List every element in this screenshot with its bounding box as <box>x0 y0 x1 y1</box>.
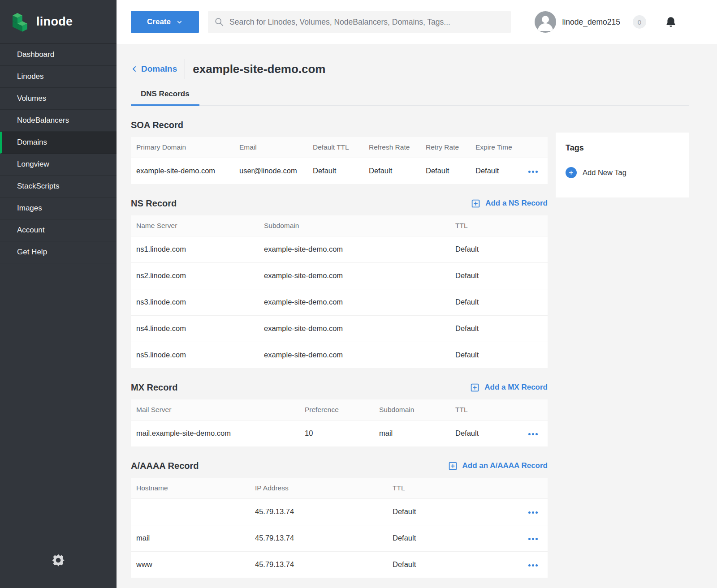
cell-subdomain: example-site-demo.com <box>259 262 450 289</box>
cell-subdomain: example-site-demo.com <box>259 236 450 262</box>
column-header: TTL <box>450 399 516 420</box>
column-header: TTL <box>450 215 548 236</box>
add-ns-record-button[interactable]: Add a NS Record <box>471 199 548 208</box>
cell-ttl: Default <box>450 420 516 446</box>
cell-retry-rate: Default <box>420 158 470 184</box>
search-input[interactable] <box>229 17 505 27</box>
ns-section-header: NS Record Add a NS Record <box>131 196 548 211</box>
plus-square-icon <box>470 383 479 392</box>
sidebar-item-label: Domains <box>17 138 47 147</box>
sidebar-item-label: Longview <box>17 160 49 169</box>
cell-name-server: ns5.linode.com <box>131 342 259 368</box>
plus-circle-icon <box>566 167 577 178</box>
notification-count-badge[interactable]: 0 <box>633 15 646 29</box>
avatar[interactable] <box>535 11 556 33</box>
chevron-down-icon <box>176 19 183 26</box>
table-row: ns4.linode.com example-site-demo.com Def… <box>131 315 548 342</box>
row-actions-kebab-icon[interactable] <box>527 430 539 438</box>
breadcrumb: Domains example-site-demo.com <box>131 58 689 80</box>
search-icon <box>214 17 224 27</box>
topbar: Create linode_demo215 0 <box>117 0 717 44</box>
cell-name-server: ns2.linode.com <box>131 262 259 289</box>
cell-primary-domain: example-site-demo.com <box>131 158 234 184</box>
table-row: example-site-demo.com user@linode.com De… <box>131 158 548 184</box>
row-actions-kebab-icon[interactable] <box>527 562 539 569</box>
row-actions-kebab-icon[interactable] <box>527 535 539 543</box>
table-row: ns1.linode.com example-site-demo.com Def… <box>131 236 548 262</box>
soa-table: Primary Domain Email Default TTL Refresh… <box>131 137 548 184</box>
add-mx-record-button[interactable]: Add a MX Record <box>470 383 548 392</box>
username[interactable]: linode_demo215 <box>562 17 620 27</box>
a-table: Hostname IP Address TTL 45.79.13.74 Defa… <box>131 478 548 578</box>
table-header-row: Mail Server Preference Subdomain TTL <box>131 399 548 420</box>
cell-ttl: Default <box>387 551 516 578</box>
sidebar-item-domains[interactable]: Domains <box>0 132 117 154</box>
cell-subdomain: example-site-demo.com <box>259 315 450 342</box>
add-a-record-button[interactable]: Add an A/AAAA Record <box>448 461 548 471</box>
tags-panel: Tags Add New Tag <box>556 133 689 197</box>
table-row: www 45.79.13.74 Default <box>131 551 548 578</box>
cell-ip-address: 45.79.13.74 <box>250 498 387 525</box>
row-actions-kebab-icon[interactable] <box>527 509 539 516</box>
page-title: example-site-demo.com <box>193 62 325 76</box>
plus-square-icon <box>448 461 458 471</box>
sidebar-item-label: Volumes <box>17 94 46 103</box>
linode-logo-text: linode <box>36 15 73 29</box>
tags-heading: Tags <box>566 143 679 153</box>
column-header: Subdomain <box>374 399 450 420</box>
table-header-row: Hostname IP Address TTL <box>131 478 548 498</box>
add-mx-record-label: Add a MX Record <box>484 383 548 392</box>
create-button[interactable]: Create <box>131 11 199 33</box>
sidebar-item-dashboard[interactable]: Dashboard <box>0 44 117 66</box>
main-content: Domains example-site-demo.com DNS Record… <box>117 58 717 578</box>
linode-logo-icon <box>13 12 30 32</box>
mx-table: Mail Server Preference Subdomain TTL mai… <box>131 399 548 446</box>
column-header: Email <box>234 137 307 158</box>
row-actions-kebab-icon[interactable] <box>527 168 539 176</box>
breadcrumb-back-link[interactable]: Domains <box>131 64 177 74</box>
soa-section-header: SOA Record <box>131 117 548 133</box>
tabs: DNS Records <box>131 87 689 106</box>
settings-gear-icon[interactable] <box>52 554 65 567</box>
cell-hostname: mail <box>131 525 250 551</box>
sidebar-item-label: StackScripts <box>17 182 59 191</box>
column-header: Refresh Rate <box>363 137 420 158</box>
sidebar-item-stackscripts[interactable]: StackScripts <box>0 176 117 197</box>
table-header-row: Name Server Subdomain TTL <box>131 215 548 236</box>
sidebar-item-label: Account <box>17 226 44 235</box>
cell-subdomain: example-site-demo.com <box>259 289 450 315</box>
sidebar-item-longview[interactable]: Longview <box>0 154 117 176</box>
soa-heading: SOA Record <box>131 120 183 130</box>
add-a-record-label: Add an A/AAAA Record <box>462 461 548 470</box>
cell-name-server: ns3.linode.com <box>131 289 259 315</box>
sidebar-item-linodes[interactable]: Linodes <box>0 66 117 88</box>
bell-icon[interactable] <box>665 16 677 28</box>
sidebar-item-nodebalancers[interactable]: NodeBalancers <box>0 110 117 132</box>
cell-ttl: Default <box>450 236 548 262</box>
cell-expire-time: Default <box>470 158 518 184</box>
global-search <box>208 11 511 33</box>
table-header-row: Primary Domain Email Default TTL Refresh… <box>131 137 548 158</box>
a-section-header: A/AAAA Record Add an A/AAAA Record <box>131 458 548 473</box>
cell-ip-address: 45.79.13.74 <box>250 525 387 551</box>
ns-table: Name Server Subdomain TTL ns1.linode.com… <box>131 215 548 368</box>
sidebar-item-account[interactable]: Account <box>0 219 117 241</box>
linode-logo[interactable]: linode <box>0 0 117 44</box>
cell-ttl: Default <box>450 289 548 315</box>
column-header: Name Server <box>131 215 259 236</box>
sidebar-item-get-help[interactable]: Get Help <box>0 241 117 263</box>
breadcrumb-back-label: Domains <box>141 64 177 74</box>
mx-section-header: MX Record Add a MX Record <box>131 380 548 395</box>
sidebar-item-label: Get Help <box>17 248 47 257</box>
column-header: Preference <box>299 399 374 420</box>
add-new-tag-label: Add New Tag <box>583 168 626 177</box>
sidebar-item-volumes[interactable]: Volumes <box>0 88 117 110</box>
add-new-tag-button[interactable]: Add New Tag <box>566 167 679 178</box>
sidebar-item-images[interactable]: Images <box>0 197 117 219</box>
cell-ip-address: 45.79.13.74 <box>250 551 387 578</box>
cell-refresh-rate: Default <box>363 158 420 184</box>
chevron-left-icon <box>131 65 138 73</box>
tab-dns-records[interactable]: DNS Records <box>131 87 199 106</box>
table-row: mail.example-site-demo.com 10 mail Defau… <box>131 420 548 446</box>
table-row: mail 45.79.13.74 Default <box>131 525 548 551</box>
